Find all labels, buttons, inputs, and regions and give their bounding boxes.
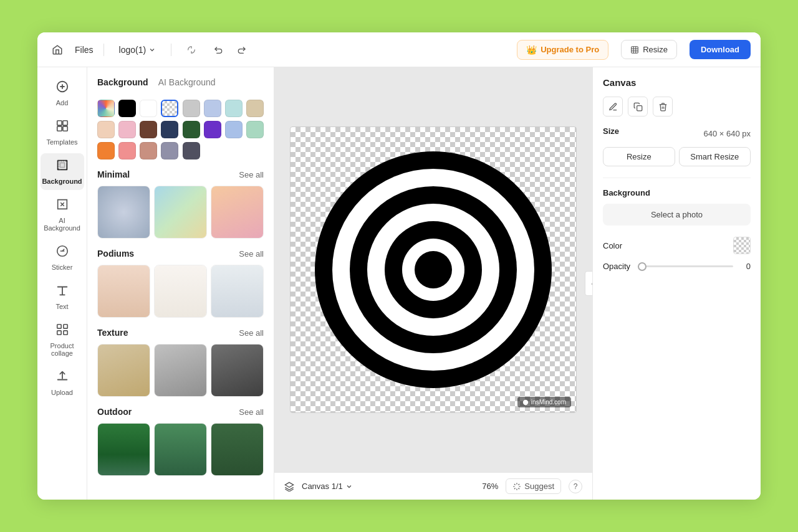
texture-see-all[interactable]: See all xyxy=(239,328,264,338)
app-window: Files logo(1) xyxy=(37,32,761,500)
sync-button[interactable] xyxy=(181,40,201,60)
rose-swatch[interactable] xyxy=(118,142,136,159)
peach-swatch[interactable] xyxy=(97,121,115,138)
black-swatch[interactable] xyxy=(118,100,136,117)
smart-resize-button[interactable]: Smart Resize xyxy=(679,147,751,166)
minimal-thumb-2[interactable] xyxy=(154,186,207,239)
outdoor-see-all[interactable]: See all xyxy=(239,407,264,417)
podiums-section-header: Podiums See all xyxy=(97,249,264,259)
gradient-swatch[interactable] xyxy=(97,100,115,117)
minimal-grid xyxy=(97,186,264,239)
collapse-panel-button[interactable]: ‹ xyxy=(585,271,592,296)
templates-icon xyxy=(55,119,69,136)
mauve-swatch[interactable] xyxy=(140,142,157,159)
steel-swatch[interactable] xyxy=(161,142,178,159)
sidebar-item-sticker[interactable]: Sticker xyxy=(41,239,84,276)
outdoor-grid xyxy=(97,423,264,476)
outdoor-title: Outdoor xyxy=(97,407,132,417)
upload-icon xyxy=(55,369,69,386)
sidebar-item-background[interactable]: Background xyxy=(41,153,84,190)
light-gray-swatch[interactable] xyxy=(183,100,200,117)
sidebar-item-templates-label: Templates xyxy=(46,138,77,146)
light-cyan-swatch[interactable] xyxy=(225,100,243,117)
right-panel-title: Canvas xyxy=(603,77,751,88)
navy-swatch[interactable] xyxy=(161,121,178,138)
texture-thumb-1[interactable] xyxy=(97,344,150,397)
podium-thumb-1[interactable] xyxy=(97,265,150,318)
color-row: Color xyxy=(603,237,751,254)
sidebar-item-product-collage[interactable]: Product collage xyxy=(41,318,84,362)
texture-title: Texture xyxy=(97,328,128,338)
help-button[interactable]: ? xyxy=(569,480,582,493)
purple-swatch[interactable] xyxy=(204,121,221,138)
tab-background[interactable]: Background xyxy=(97,77,148,90)
background-icon xyxy=(55,158,69,175)
forest-swatch[interactable] xyxy=(183,121,200,138)
texture-thumb-3[interactable] xyxy=(211,344,264,397)
minimal-section-header: Minimal See all xyxy=(97,169,264,179)
background-section-title: Background xyxy=(603,188,751,197)
duplicate-button[interactable] xyxy=(628,97,648,116)
outdoor-section-header: Outdoor See all xyxy=(97,407,264,417)
color-picker[interactable] xyxy=(733,237,751,254)
white-swatch[interactable] xyxy=(140,100,157,117)
size-label: Size xyxy=(603,126,619,136)
svg-rect-4 xyxy=(57,126,61,131)
brown-swatch[interactable] xyxy=(140,121,157,138)
suggest-button[interactable]: Suggest xyxy=(506,478,561,494)
texture-thumb-2[interactable] xyxy=(154,344,207,397)
light-blue-swatch[interactable] xyxy=(204,100,221,117)
select-photo-button[interactable]: Select a photo xyxy=(603,204,751,226)
opacity-slider[interactable] xyxy=(638,265,733,267)
tab-ai-background[interactable]: AI Background xyxy=(158,77,216,90)
outdoor-thumb-1[interactable] xyxy=(97,423,150,476)
orange-swatch[interactable] xyxy=(97,142,115,159)
sidebar-item-add[interactable]: Add xyxy=(41,75,84,112)
panel-tabs: Background AI Background xyxy=(97,77,264,90)
blue2-swatch[interactable] xyxy=(225,121,243,138)
sidebar-item-templates[interactable]: Templates xyxy=(41,114,84,151)
canvas-artwork xyxy=(309,145,558,394)
delete-button[interactable] xyxy=(653,97,673,116)
style-button[interactable] xyxy=(603,97,623,116)
size-row: Size 640 × 640 px xyxy=(603,126,751,141)
download-button[interactable]: Download xyxy=(690,40,751,59)
outdoor-thumb-3[interactable] xyxy=(211,423,264,476)
podiums-title: Podiums xyxy=(97,249,134,259)
minimal-thumb-1[interactable] xyxy=(97,186,150,239)
undo-button[interactable] xyxy=(209,40,229,60)
minimal-see-all[interactable]: See all xyxy=(239,170,264,179)
right-panel: Canvas xyxy=(592,67,761,500)
podium-thumb-2[interactable] xyxy=(154,265,207,318)
charcoal-swatch[interactable] xyxy=(183,142,200,159)
transparent-swatch[interactable] xyxy=(161,100,178,117)
sidebar-item-upload[interactable]: Upload xyxy=(41,364,84,401)
zoom-display: 76% xyxy=(482,482,498,491)
redo-button[interactable] xyxy=(231,40,251,60)
resize-button[interactable]: Resize xyxy=(621,40,677,59)
podium-thumb-3[interactable] xyxy=(211,265,264,318)
filename-button[interactable]: logo(1) xyxy=(114,42,161,57)
minimal-thumb-3[interactable] xyxy=(211,186,264,239)
background-section: Background Select a photo xyxy=(603,188,751,226)
mint-swatch[interactable] xyxy=(246,121,264,138)
tan-swatch[interactable] xyxy=(246,100,264,117)
canvas-board[interactable]: insMind.com xyxy=(290,126,577,413)
resize-buttons: Resize Smart Resize xyxy=(603,147,751,166)
color-grid xyxy=(97,100,264,159)
outdoor-thumb-2[interactable] xyxy=(154,423,207,476)
pink-swatch[interactable] xyxy=(118,121,136,138)
layers-button[interactable] xyxy=(284,482,294,492)
resize-canvas-button[interactable]: Resize xyxy=(603,147,675,166)
home-button[interactable] xyxy=(47,40,67,60)
podiums-see-all[interactable]: See all xyxy=(239,249,264,259)
size-section: Size 640 × 640 px Resize Smart Resize xyxy=(603,126,751,166)
svg-rect-0 xyxy=(632,46,638,53)
sidebar-item-ai-background[interactable]: AI Background xyxy=(41,192,84,237)
sidebar-item-background-label: Background xyxy=(42,178,82,185)
sticker-icon xyxy=(55,244,69,261)
upgrade-button[interactable]: 👑 Upgrade to Pro xyxy=(517,40,608,60)
ai-background-icon xyxy=(55,197,69,214)
sidebar-item-text[interactable]: Text xyxy=(41,278,84,315)
files-button[interactable]: Files xyxy=(75,45,94,55)
